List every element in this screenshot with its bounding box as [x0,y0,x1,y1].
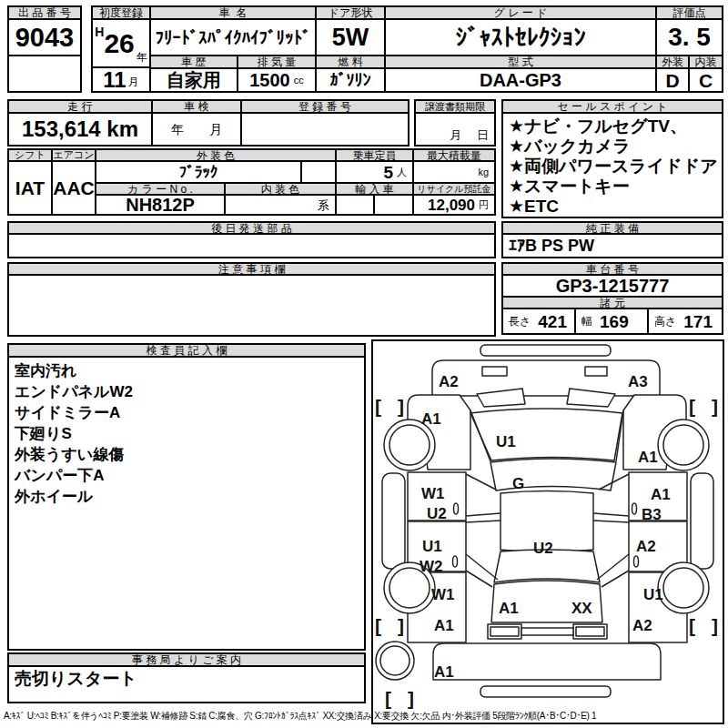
list-item: ★ナビ・フルセグTV、 [509,116,687,136]
windshield [490,459,616,490]
damage-code-left-quarter-1: W1 [431,586,455,603]
fuel-value: ｶﾞｿﾘﾝ [315,67,386,93]
first-registration-month: 11月 [91,66,151,93]
taillight-right-inner [576,627,604,636]
recycle-number: 12,090 [428,197,475,213]
damage-code-roof: U2 [533,540,553,557]
damage-code-right-front-door-2: B3 [642,506,662,523]
list-item: バンパー下A [15,465,104,486]
office-notice-value: 売切りスタート [7,665,366,703]
bracket-mark: [ [385,688,391,709]
damage-code-tailgate-2: XX [571,600,592,617]
door-handle [454,503,459,514]
import-cell-left [335,194,375,216]
grade-value: ｼﾞｬｽﾄｾﾚｸｼｮﾝ [384,18,657,56]
genuine-equipment-value: ｴｱB PS PW [501,233,723,258]
color-no-value: NH812P [95,194,226,216]
list-item: サイドミラーA [15,402,120,423]
import-cell-right [373,194,414,216]
later-parts-value [7,233,496,258]
taillight-left-inner [490,627,519,636]
bracket-mark: [ [375,396,381,417]
capacity-value: 5人 [335,160,414,184]
exterior-color-value: ﾌﾞﾗｯｸ [95,160,302,184]
height-label: 高さ [654,316,676,327]
list-item: ★バックカメラ [509,136,631,157]
list-item: 外装うすい線傷 [15,444,124,465]
damage-diagram-box: [][][][][] A2A3A1U1A1GW1U2A1B3U1W2U2A2W1… [371,339,724,724]
mileage-value: 153,614 km [7,112,153,147]
width-label: 幅 [581,316,592,327]
car-history-value: 自家用 [149,67,238,93]
damage-code-right-front-fender: A1 [638,449,658,466]
bracket-mark: ] [712,615,718,636]
interior-grade-value: C [688,67,723,93]
door-handle [632,503,637,514]
list-item: ★両側パワースライドドア [509,157,718,177]
damage-code-front-bumper-left: A2 [439,373,459,390]
door-shape-value: 5W [315,18,386,56]
shaken-value: 年 月 [151,112,242,147]
month-suffix: 月 [128,76,139,87]
list-item: 下廻りS [15,423,72,444]
interior-color-value: 系 [224,194,337,216]
auction-no-value: 9043 [7,18,82,56]
right-rocker [691,473,713,569]
bracket-mark: ] [408,688,414,709]
first-registration-year: H26年 [91,18,151,68]
auction-sheet: 出 品 番 号 9043 初度登録 H26年 11月 車 名 ﾌﾘｰﾄﾞｽﾊﾟｲ… [0,0,728,728]
displacement-value: 1500cc [237,67,317,93]
rear-lip [480,686,611,697]
damage-code-legend: A:ｷｽﾞ U:ﾍｺﾐ B:ｷｽﾞを伴うﾍｺﾐ P:要塗装 W:補修跡 S:錆 … [4,710,726,723]
damage-code-left-quarter-2: A1 [434,617,454,634]
hood [470,409,622,460]
rear-bumper [433,643,661,680]
car-name-value: ﾌﾘｰﾄﾞｽﾊﾟｲｸﾊｲﾌﾞﾘｯﾄﾞ [149,18,317,56]
model-code-value: DAA-GP3 [384,67,657,93]
damage-code-front-bumper-right: A3 [628,373,648,390]
max-load-unit: kg [478,167,489,177]
bracket-mark: [ [689,396,695,417]
shift-value: IAT [7,160,53,216]
era-prefix: H [95,25,104,38]
bracket-mark: [ [689,615,695,636]
front-bumper [432,360,660,396]
length-value: 421 [538,313,567,330]
damage-code-left-rear-door-2: W2 [420,558,443,575]
capacity-number: 5 [383,164,393,181]
capacity-unit: 人 [397,167,407,177]
recycle-deposit-value: 12,090円 [412,194,496,216]
sales-points-list: ★ナビ・フルセグTV、★バックカメラ★両側パワースライドドア★スマートキー★ET… [501,112,723,218]
exterior-color-empty-cell [300,160,337,184]
damage-code-tailgate-1: A1 [499,600,519,617]
bracket-mark: ] [712,396,718,417]
rear-garnish [521,628,573,635]
score-value: 3. 5 [655,18,723,56]
displacement-number: 1500 [249,71,290,89]
damage-code-left-front-door-2: U2 [427,505,447,522]
max-load-value: kg [412,160,496,184]
recycle-unit: 円 [479,200,489,210]
year-suffix: 年 [136,52,147,63]
list-item: 外ホイール [15,486,93,507]
door-handle [453,556,458,567]
inspector-notes-list: 室内汚れエンドパネルW2サイドミラーA下廻りS外装うすい線傷バンパー下A外ホイー… [7,356,366,651]
exterior-grade-value: D [655,67,690,93]
caution-value [7,274,496,337]
displacement-unit: cc [294,76,304,86]
width-value: 169 [600,313,629,330]
reg-year: 26 [104,30,134,57]
damage-code-right-front-door-1: A1 [651,486,671,503]
damage-code-right-quarter-1: U1 [643,586,663,603]
height-value: 171 [683,313,713,330]
front-bumper-slot-left [482,367,507,376]
door-handle [634,556,639,567]
length-label: 長さ [509,316,531,327]
list-item: ★ETC [509,197,559,217]
damage-code-rear-bumper: A1 [434,663,454,681]
width-cell: 幅169 [574,308,649,335]
left-rocker [382,473,405,569]
front-bumper-slot-right [585,367,607,376]
bracket-mark: [ [375,615,381,636]
list-item: 室内汚れ [15,360,76,381]
